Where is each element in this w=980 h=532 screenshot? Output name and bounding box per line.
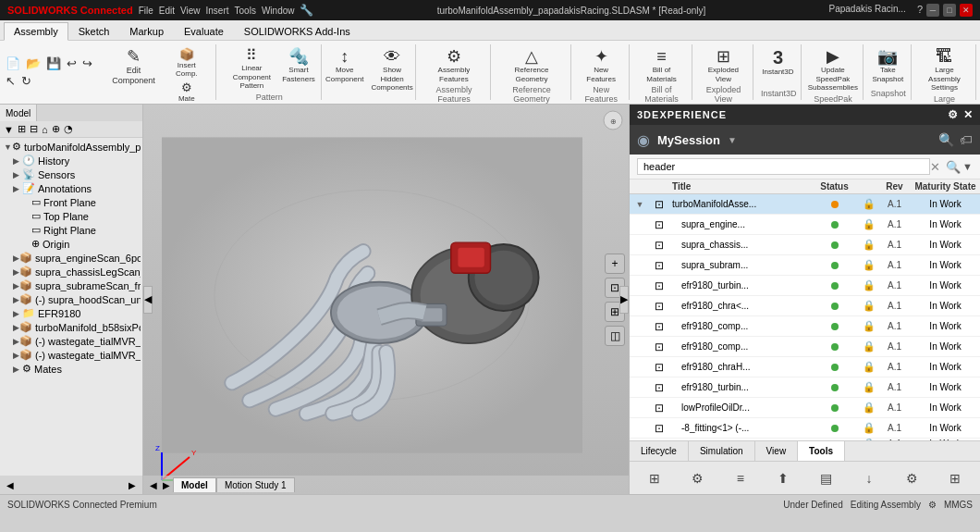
expand-panel-btn[interactable]: ▶ — [619, 286, 629, 314]
maximize-button[interactable]: □ — [943, 4, 956, 17]
list-item[interactable]: ▶ ⚙ Mates — [2, 362, 141, 376]
btn-edit-component[interactable]: ✎Edit Component — [105, 46, 162, 88]
btab-lifecycle[interactable]: Lifecycle — [630, 441, 689, 461]
btn-new-features[interactable]: ✦NewFeatures — [583, 46, 619, 85]
exp-tb-apps-btn[interactable]: ⊞ — [942, 465, 968, 491]
zoom-in-btn[interactable]: + — [605, 254, 625, 274]
btn-linear-pattern[interactable]: ⠿Linear ComponentPattern — [224, 46, 280, 93]
target-icon[interactable]: ⊕ — [52, 123, 60, 135]
tab-markup[interactable]: Markup — [119, 21, 174, 40]
exp-tb-settings-btn[interactable]: ⚙ — [899, 465, 925, 491]
list-item[interactable]: ▶ 📦 (-) supra_hoodScan_und... — [2, 292, 141, 306]
close-button[interactable]: ✕ — [960, 4, 973, 17]
minimize-button[interactable]: ─ — [926, 4, 939, 17]
col-header-rev[interactable]: Rev — [878, 181, 911, 192]
table-row[interactable]: ⊡ -8_fitting<1> (-... 🔒 A.1 In Work — [630, 418, 980, 439]
filter-icon[interactable]: ▼ — [4, 124, 14, 135]
col-header-status[interactable]: Status — [809, 181, 860, 192]
btn-show-hidden[interactable]: 👁ShowHiddenComponents — [368, 46, 415, 94]
btn-smart-fasteners[interactable]: 🔩SmartFasteners — [282, 46, 315, 85]
row-expand[interactable]: ▼ — [630, 200, 650, 209]
btn-large-assembly[interactable]: 🏗LargeAssemblySettings — [925, 46, 963, 94]
view-selector[interactable]: ⊕ — [603, 110, 623, 130]
qa-new[interactable]: 📄 — [4, 56, 22, 71]
list-item[interactable]: ▶ 📦 turboManifold_b58sixPo... — [2, 320, 141, 334]
viewport[interactable]: + ⊡ ⊞ ◫ ⊕ ◀ ▶ Y X Z ◀ ▶ Model — [143, 105, 629, 494]
table-row[interactable]: ⊡ efr9180_turbin... 🔒 A.1 In Work — [630, 377, 980, 398]
scroll-right-btn[interactable]: ▶ — [126, 479, 139, 491]
col-header-title[interactable]: Title — [668, 181, 809, 192]
btn-instant3d[interactable]: 3Instant3D — [759, 46, 796, 79]
session-dropdown-icon[interactable]: ▼ — [728, 135, 737, 145]
btab-simulation[interactable]: Simulation — [689, 441, 755, 461]
list-item[interactable]: ▭ Right Plane — [2, 223, 141, 237]
list-item[interactable]: ▭ Top Plane — [2, 209, 141, 223]
list-item[interactable]: ▶ 📦 supra_chassisLegScan_rig... — [2, 265, 141, 278]
table-row[interactable]: ⊡ efr9180_chraH... 🔒 A.1 In Work — [630, 357, 980, 377]
btn-update-speedpak[interactable]: ▶UpdateSpeedPakSubassemblies — [805, 46, 861, 94]
btn-move-component[interactable]: ↕MoveComponent — [323, 46, 366, 85]
exp-close-btn[interactable]: ✕ — [963, 108, 973, 121]
search-input[interactable] — [637, 158, 930, 175]
lp-tab-model[interactable]: Model — [0, 105, 37, 121]
list-item[interactable]: ▶ 📦 supra_subrameScan_fron... — [2, 278, 141, 292]
chart-icon[interactable]: ◔ — [64, 123, 73, 135]
table-row[interactable]: ⊡ supra_engine... 🔒 A.1 In Work — [630, 215, 980, 235]
menu-tools[interactable]: Tools — [235, 6, 256, 16]
list-item[interactable]: ▶ 📝 Annotations — [2, 181, 141, 195]
btn-exploded-view[interactable]: ⊞ExplodedView — [705, 46, 741, 85]
btn-reference-geometry[interactable]: △ReferenceGeometry — [512, 46, 552, 85]
qa-select[interactable]: ↖ — [4, 73, 18, 89]
list-item[interactable]: ▶ 🕐 History — [2, 154, 141, 167]
collapse-tree-btn[interactable]: ◀ — [143, 286, 153, 314]
menu-insert[interactable]: Insert — [206, 6, 229, 16]
search-execute-btn[interactable]: 🔍 — [946, 160, 961, 174]
list-item[interactable]: ▶ 📦 supra_engineScan_6port... — [2, 251, 141, 265]
btn-assembly-features[interactable]: ⚙AssemblyFeatures — [435, 46, 473, 85]
list-item[interactable]: ▶ 📡 Sensors — [2, 167, 141, 181]
qa-rotate[interactable]: ↻ — [19, 73, 33, 89]
tab-assembly[interactable]: Assembly — [4, 22, 68, 41]
qa-save[interactable]: 💾 — [44, 56, 63, 71]
tab-model[interactable]: Model — [173, 477, 216, 492]
tree-root[interactable]: ▼ ⚙ turboManifoldAssembly_pap — [2, 140, 141, 154]
qa-redo[interactable]: ↪ — [80, 56, 94, 71]
exp-settings-btn[interactable]: ⚙ — [948, 108, 958, 121]
bookmark-btn[interactable]: 🏷 — [960, 132, 973, 147]
search-filter-btn[interactable]: ▼ — [962, 161, 973, 172]
qa-undo[interactable]: ↩ — [65, 56, 79, 71]
list-item[interactable]: ▶ 📁 EFR9180 — [2, 306, 141, 320]
btn-bom[interactable]: ≡Bill ofMaterials — [643, 46, 679, 85]
scroll-left-btn[interactable]: ◀ — [4, 479, 17, 491]
col-header-maturity[interactable]: Maturity State — [911, 181, 980, 192]
table-row[interactable]: ⊡ efr9180_chra<... 🔒 A.1 In Work — [630, 296, 980, 316]
search-clear-btn[interactable]: ✕ — [930, 160, 940, 174]
exp-tb-list-btn[interactable]: ≡ — [728, 465, 753, 491]
home-icon[interactable]: ⌂ — [42, 124, 48, 135]
tab-addins[interactable]: SOLIDWORKS Add-Ins — [234, 21, 361, 40]
nav-right-btn[interactable]: ▶ — [160, 480, 173, 490]
table-row[interactable]: ⊡ efr9180_comp... 🔒 A.1 In Work — [630, 337, 980, 357]
list-item[interactable]: ▭ Front Plane — [2, 195, 141, 209]
exp-tb-grid-btn[interactable]: ⊞ — [642, 465, 668, 491]
exp-tb-barcode-btn[interactable]: ▤ — [814, 465, 839, 491]
menu-view[interactable]: View — [180, 6, 201, 16]
exp-tb-download-btn[interactable]: ↓ — [856, 465, 882, 491]
btn-mate[interactable]: ⚙Mate — [164, 80, 210, 104]
table-row[interactable]: ⊡ efr9180_turbin... 🔒 A.1 In Work — [630, 276, 980, 296]
btab-view[interactable]: View — [755, 441, 799, 461]
exp-tb-connect-btn[interactable]: ⚙ — [685, 465, 711, 491]
list-item[interactable]: ⊕ Origin — [2, 237, 141, 251]
list-item[interactable]: ▶ 📦 (-) wastegate_tialMVR_44... — [2, 334, 141, 348]
menu-edit[interactable]: Edit — [159, 6, 175, 16]
search-btn[interactable]: 🔍 — [938, 132, 954, 147]
table-row[interactable]: ▼ ⊡ turboManifoldAsse... 🔒 A.1 In Work — [630, 194, 980, 215]
collapse-all-icon[interactable]: ⊟ — [30, 123, 38, 135]
menu-window[interactable]: Window — [262, 6, 295, 16]
exp-tb-upload-btn[interactable]: ⬆ — [770, 465, 796, 491]
table-row[interactable]: ⊡ supra_subram... 🔒 A.1 In Work — [630, 255, 980, 276]
tab-evaluate[interactable]: Evaluate — [174, 21, 234, 40]
btn-insert-components[interactable]: 📦Insert Comp. — [164, 46, 210, 79]
section-view-btn[interactable]: ◫ — [605, 326, 625, 346]
tab-motion-study[interactable]: Motion Study 1 — [216, 477, 295, 492]
